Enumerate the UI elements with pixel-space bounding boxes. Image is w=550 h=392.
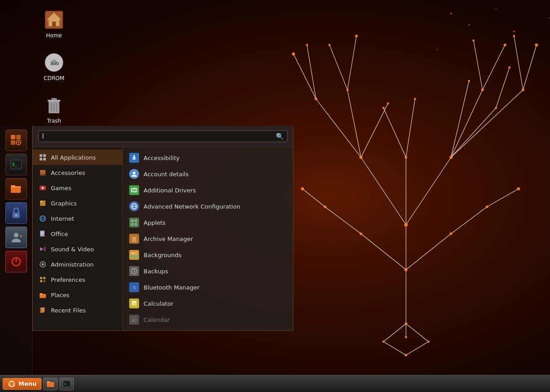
svg-rect-168 (131, 317, 137, 319)
svg-line-23 (406, 234, 451, 270)
categories-panel: All Applications Accessories Games Graph… (33, 147, 123, 330)
category-sound-video-label: Sound & Video (51, 246, 94, 253)
recent-files-icon (38, 306, 47, 315)
backgrounds-icon (129, 250, 139, 260)
desktop-icon-cdrom[interactable]: DVD CDROM (36, 52, 72, 81)
svg-rect-130 (43, 280, 45, 282)
svg-line-28 (383, 324, 406, 342)
svg-point-53 (360, 232, 362, 235)
svg-line-8 (451, 81, 469, 157)
svg-rect-166 (135, 304, 135, 305)
category-accessories[interactable]: Accessories (33, 165, 122, 180)
svg-text:DVD: DVD (50, 62, 59, 66)
svg-rect-92 (11, 140, 15, 145)
svg-line-31 (406, 342, 428, 355)
dock-button-power[interactable] (5, 251, 27, 272)
category-places[interactable]: Places (33, 287, 122, 303)
app-applets-label: Applets (144, 219, 166, 226)
desktop-icon-home[interactable]: Home (36, 9, 72, 39)
trash-icon (43, 94, 65, 116)
app-backups[interactable]: Backups (123, 263, 293, 279)
category-games-label: Games (51, 185, 71, 192)
svg-line-11 (383, 108, 406, 157)
category-sound-video[interactable]: Sound & Video (33, 241, 122, 257)
svg-line-27 (487, 189, 518, 207)
trash-icon-label: Trash (47, 118, 61, 124)
dock-button-user[interactable] (5, 227, 27, 248)
app-archive-manager-label: Archive Manager (144, 236, 193, 242)
svg-point-46 (355, 35, 358, 37)
category-graphics[interactable]: Graphics (33, 196, 122, 211)
svg-point-95 (18, 142, 19, 143)
svg-line-2 (406, 157, 451, 225)
app-account-details[interactable]: Account details (123, 166, 293, 182)
app-advanced-network[interactable]: Advanced Network Configuration (123, 198, 293, 214)
app-backgrounds[interactable]: Backgrounds (123, 247, 293, 263)
search-input-wrapper[interactable]: 🔍 (38, 130, 288, 142)
app-archive-manager[interactable]: Archive Manager (123, 231, 293, 247)
category-office[interactable]: Office (33, 226, 122, 241)
svg-line-21 (496, 67, 509, 108)
dock-button-settings[interactable] (5, 129, 27, 151)
svg-point-175 (14, 384, 15, 386)
svg-point-32 (404, 223, 408, 227)
taskbar-file-manager[interactable] (43, 378, 58, 390)
category-games[interactable]: Games (33, 180, 122, 196)
svg-point-63 (405, 336, 407, 339)
svg-point-36 (315, 98, 317, 100)
category-internet[interactable]: Internet (33, 211, 122, 226)
menu-panel: 🔍 All Applications (32, 126, 293, 331)
category-all-applications[interactable]: All Applications (33, 150, 122, 165)
svg-point-42 (522, 89, 524, 91)
app-calculator[interactable]: Calculator (123, 295, 293, 312)
app-calendar[interactable]: Calendar (123, 312, 293, 328)
category-preferences[interactable]: Preferences (33, 272, 122, 287)
category-recent-files[interactable]: Recent Files (33, 303, 122, 318)
svg-rect-93 (16, 135, 21, 139)
dock-button-files[interactable] (5, 178, 27, 200)
svg-line-5 (347, 90, 361, 157)
svg-text:>_: >_ (64, 382, 68, 386)
svg-point-40 (468, 80, 470, 82)
svg-marker-123 (40, 247, 44, 251)
svg-rect-155 (133, 238, 135, 239)
menu-button[interactable]: Menu (3, 378, 41, 390)
app-additional-drivers[interactable]: Additional Drivers (123, 182, 293, 198)
svg-line-22 (361, 234, 406, 270)
category-administration-label: Administration (51, 261, 94, 268)
svg-rect-148 (131, 219, 134, 222)
svg-point-100 (15, 214, 17, 217)
svg-rect-91 (11, 135, 15, 139)
dock-button-terminal[interactable]: $_ (5, 154, 27, 175)
search-input[interactable] (42, 133, 276, 140)
svg-line-20 (514, 36, 523, 90)
app-applets[interactable]: Applets (123, 214, 293, 231)
svg-point-115 (41, 201, 42, 203)
svg-rect-86 (48, 100, 60, 102)
app-accessibility[interactable]: Accessibility (123, 150, 293, 166)
svg-line-25 (451, 207, 487, 234)
svg-point-126 (42, 263, 44, 266)
search-icon[interactable]: 🔍 (276, 133, 284, 140)
svg-rect-160 (132, 301, 136, 303)
svg-rect-79 (52, 22, 56, 26)
ubuntu-logo (8, 380, 16, 388)
apps-list: Accessibility Account details Additional… (123, 147, 293, 330)
home-icon (43, 9, 65, 31)
app-bluetooth[interactable]: Bluetooth Manager (123, 279, 293, 295)
dock-button-lock[interactable] (5, 202, 27, 224)
svg-point-54 (450, 232, 452, 235)
category-internet-label: Internet (51, 215, 74, 222)
svg-point-101 (14, 233, 18, 237)
taskbar-terminal[interactable]: >_ (59, 378, 74, 390)
svg-point-69 (513, 31, 515, 32)
office-icon (38, 229, 47, 238)
svg-marker-102 (20, 235, 22, 237)
category-administration[interactable]: Administration (33, 257, 122, 272)
app-backgrounds-label: Backgrounds (144, 252, 181, 258)
svg-rect-107 (40, 158, 42, 160)
svg-rect-149 (135, 219, 137, 222)
desktop-icon-trash[interactable]: Trash (36, 94, 72, 124)
svg-point-39 (481, 89, 484, 91)
all-apps-icon (38, 153, 47, 162)
